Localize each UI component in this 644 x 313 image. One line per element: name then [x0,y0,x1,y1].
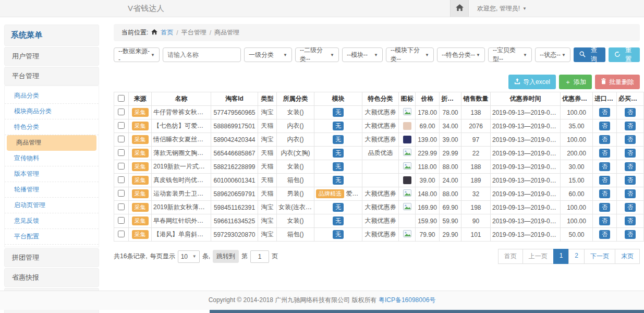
search-button[interactable]: 查询 [574,47,605,62]
row-checkbox[interactable] [118,217,125,224]
sidebar-subitem[interactable]: 平台配置 [5,229,99,245]
pager-button[interactable]: 下一页 [584,249,615,264]
row-checkbox[interactable] [118,136,125,142]
filter-feature-category-select[interactable]: --特色分类--▼ [437,47,485,62]
sidebar-item[interactable]: 用户管理 [4,47,99,66]
row-checkbox[interactable] [118,231,125,237]
filter-module-subcategory-select[interactable]: --模块下分类--▼ [386,47,434,62]
row-checkbox[interactable] [118,190,125,197]
must-buy-toggle-badge[interactable]: 否 [625,230,636,239]
sales-count-cell: 97 [461,133,491,147]
discount-price-cell: 78.00 [440,106,461,119]
product-thumbnail [403,122,411,130]
imported-toggle-badge[interactable]: 否 [599,149,610,158]
chevron-down-icon: ▼ [192,254,197,259]
sidebar-subitem[interactable]: 商品管理 [7,135,96,151]
import-excel-button[interactable]: 导入excel [508,75,556,89]
page-size-select[interactable]: 10 ▼ [178,250,200,263]
pager-button[interactable]: 1 [553,249,569,264]
module-badge[interactable]: 无 [333,203,344,212]
sidebar-subitem[interactable]: 启动页管理 [5,198,99,213]
sidebar-subitem[interactable]: 特色分类 [5,119,99,135]
imported-toggle-badge[interactable]: 否 [599,216,610,225]
filter-level1-category-select[interactable]: 一级分类▼ [244,47,292,62]
sidebar-subitem[interactable]: 意见反馈 [5,213,99,229]
icp-link[interactable]: 粤ICP备16098006号 [379,296,435,304]
sidebar-subitem[interactable]: 商品分类 [5,88,99,104]
must-buy-toggle-badge[interactable]: 否 [625,108,636,117]
module-badge[interactable]: 品牌精选 [316,189,344,198]
must-buy-toggle-badge[interactable]: 否 [625,149,636,158]
sidebar-subitem[interactable]: 轮播管理 [5,182,99,198]
must-buy-toggle-badge[interactable]: 否 [625,189,636,198]
imported-toggle-badge[interactable]: 否 [599,122,610,130]
imported-toggle-badge[interactable]: 否 [599,230,610,239]
table-body: 采集牛仔背带裤女秋装减龄...577479560965淘宝女装()无大额优惠券1… [114,106,644,242]
table-row: 采集2019新款一片式系...588216228899天猫女装()无118.00… [114,160,644,174]
home-button[interactable] [450,0,469,17]
category-cell: 内衣(文胸) [277,147,314,160]
batch-delete-button[interactable]: 批量删除 [595,75,640,89]
sidebar-subitem[interactable]: 版本管理 [5,166,99,182]
module-badge[interactable]: 无 [333,149,344,158]
imported-toggle-badge[interactable]: 否 [599,176,610,185]
bottom-scrollbar[interactable] [210,310,644,313]
pager-button[interactable]: 上一页 [523,249,554,264]
sidebar-item[interactable]: 省惠快报 [4,268,99,287]
type-cell: 淘宝 [258,214,277,228]
name-search-input[interactable] [163,47,241,62]
row-checkbox[interactable] [118,176,125,183]
must-buy-toggle-badge[interactable]: 否 [625,176,636,185]
module-badge[interactable]: 无 [333,135,344,144]
breadcrumb-home-link[interactable]: 首页 [161,28,173,37]
imported-toggle-badge[interactable]: 否 [599,108,610,117]
row-checkbox[interactable] [118,203,125,210]
column-header: 来源 [129,92,152,106]
feature-category-cell [362,174,399,187]
pager-button[interactable]: 首页 [498,249,523,264]
filter-bar: --数据来源--▼ 一级分类▼ --二级分类--▼ --模块--▼ --模块下分… [114,47,640,62]
module-badge[interactable]: 无 [333,216,344,225]
must-buy-toggle-badge[interactable]: 否 [625,162,636,171]
table-row: 采集【港风】单肩斜跨链条...597293020870淘宝箱包()无大额优惠券7… [114,228,644,242]
page-number-input[interactable] [250,250,269,263]
must-buy-toggle-badge[interactable]: 否 [625,203,636,212]
imported-toggle-badge[interactable]: 否 [599,162,610,171]
imported-toggle-badge[interactable]: 否 [599,189,610,198]
category-cell: 男装() [277,187,314,201]
pager-button[interactable]: 末页 [615,249,640,264]
filter-module-select[interactable]: --模块--▼ [342,47,383,62]
sidebar-subitem[interactable]: 模块商品分类 [5,104,99,119]
filter-status-select[interactable]: --状态--▼ [535,47,570,62]
row-checkbox[interactable] [118,163,125,170]
row-checkbox[interactable] [118,149,125,156]
sidebar-item[interactable]: 拼团管理 [4,248,99,267]
module-badge[interactable]: 无 [333,230,344,239]
type-cell: 天猫 [258,147,277,160]
jump-button[interactable]: 跳转到 [213,250,239,263]
product-name-cell: 运动套装男士卫衣初秋... [152,187,211,201]
module-badge[interactable]: 无 [333,176,344,185]
column-header: 特色分类 [362,92,399,106]
user-menu[interactable]: 欢迎您, 管理员! ▼ [469,4,535,13]
must-buy-toggle-badge[interactable]: 否 [625,216,636,225]
filter-item-type-select[interactable]: --宝贝类型--▼ [488,47,532,62]
module-badge[interactable]: 无 [333,162,344,171]
row-checkbox[interactable] [118,109,125,115]
imported-toggle-badge[interactable]: 否 [599,203,610,212]
imported-toggle-badge[interactable]: 否 [599,135,610,144]
must-buy-toggle-badge[interactable]: 否 [625,122,636,130]
row-checkbox[interactable] [118,122,125,129]
sidebar-item[interactable]: 平台管理 [4,67,99,86]
pager-button[interactable]: 2 [568,249,585,264]
module-badge[interactable]: 无 [333,108,344,117]
module-badge[interactable]: 无 [333,122,344,130]
add-button[interactable]: ＋ 添加 [559,75,592,89]
filter-data-source-select[interactable]: --数据来源--▼ [114,47,160,62]
sidebar-subitem[interactable]: 宣传物料 [5,151,99,166]
select-all-checkbox[interactable] [118,95,125,102]
type-cell: 天猫 [258,119,277,133]
filter-level2-category-select[interactable]: --二级分类--▼ [295,47,339,62]
reset-button[interactable]: 重置 [609,47,640,62]
must-buy-toggle-badge[interactable]: 否 [625,135,636,144]
